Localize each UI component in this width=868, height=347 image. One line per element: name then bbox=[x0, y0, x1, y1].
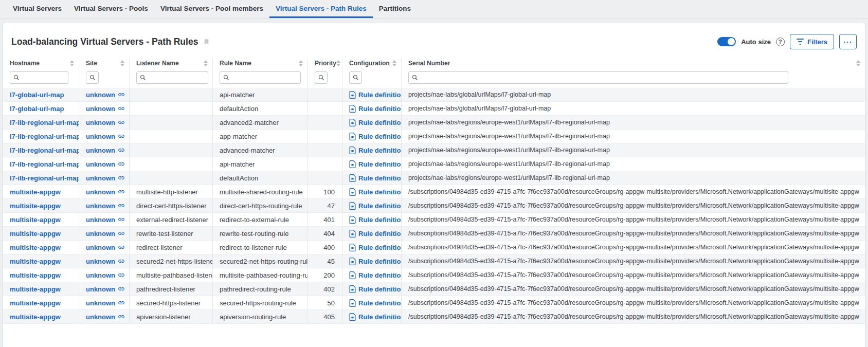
rule-definition-link[interactable]: Rule definition bbox=[349, 216, 402, 224]
column-header-configuration[interactable]: Configuration bbox=[342, 58, 402, 69]
rule-definition-link[interactable]: Rule definition bbox=[349, 105, 402, 113]
hostname-link[interactable]: multisite-appgw bbox=[10, 230, 61, 238]
hostname-link[interactable]: l7-ilb-regional-url-map bbox=[10, 119, 79, 126]
filters-button[interactable]: Filters bbox=[790, 34, 834, 49]
hostname-link[interactable]: l7-ilb-regional-url-map bbox=[10, 174, 79, 182]
rule-definition-text: Rule definition bbox=[358, 202, 402, 210]
site-link[interactable]: unknown bbox=[86, 174, 125, 182]
rule-definition-link[interactable]: Rule definition bbox=[349, 202, 402, 210]
tab-virtual-servers[interactable]: Virtual Servers bbox=[7, 0, 68, 18]
rule-definition-link[interactable]: Rule definition bbox=[349, 244, 402, 251]
rule-definition-link[interactable]: Rule definition bbox=[349, 271, 402, 279]
rule-definition-link[interactable]: Rule definition bbox=[349, 147, 402, 154]
more-actions-button[interactable]: ··· bbox=[839, 34, 857, 49]
column-header-serial-number[interactable]: Serial Number bbox=[402, 58, 865, 69]
table-row: multisite-appgw unknown pathredirect-lis… bbox=[3, 282, 865, 296]
serial-number-search-input[interactable] bbox=[420, 74, 788, 81]
rule-definition-link[interactable]: Rule definition bbox=[349, 230, 402, 238]
column-header-hostname[interactable]: Hostname bbox=[3, 58, 79, 69]
link-icon bbox=[118, 230, 125, 237]
site-link[interactable]: unknown bbox=[86, 160, 125, 168]
hostname-link[interactable]: multisite-appgw bbox=[10, 299, 61, 307]
site-text: unknown bbox=[86, 271, 115, 279]
rule-definition-link[interactable]: Rule definition bbox=[349, 174, 402, 182]
rule-definition-link[interactable]: Rule definition bbox=[349, 160, 402, 168]
site-link[interactable]: unknown bbox=[86, 188, 125, 196]
sort-icon[interactable] bbox=[299, 60, 303, 66]
sort-icon[interactable] bbox=[392, 60, 396, 66]
sort-icon[interactable] bbox=[204, 60, 208, 66]
priority-search-input[interactable] bbox=[327, 74, 327, 81]
rule-definition-link[interactable]: Rule definition bbox=[349, 119, 402, 126]
site-link[interactable]: unknown bbox=[86, 119, 125, 126]
priority-cell: 45 bbox=[308, 254, 342, 268]
site-link[interactable]: unknown bbox=[86, 216, 125, 224]
tab-virtual-servers-pool-members[interactable]: Virtual Servers - Pool members bbox=[154, 0, 269, 18]
sort-icon[interactable] bbox=[336, 60, 340, 66]
hostname-link[interactable]: multisite-appgw bbox=[10, 285, 61, 293]
listener-name-cell: external-redirect-listener bbox=[130, 213, 213, 226]
column-header-site[interactable]: Site bbox=[79, 58, 130, 69]
help-icon[interactable]: ? bbox=[776, 38, 785, 46]
tab-partitions[interactable]: Partitions bbox=[373, 0, 417, 18]
priority-cell: 402 bbox=[308, 282, 342, 296]
tab-virtual-servers-path-rules[interactable]: Virtual Servers - Path Rules bbox=[269, 0, 373, 18]
hostname-link[interactable]: multisite-appgw bbox=[10, 202, 61, 210]
hostname-link[interactable]: multisite-appgw bbox=[10, 188, 61, 196]
hostname-text: multisite-appgw bbox=[10, 271, 61, 279]
site-link[interactable]: unknown bbox=[86, 105, 125, 113]
site-link[interactable]: unknown bbox=[86, 258, 125, 265]
rule-definition-link[interactable]: Rule definition bbox=[349, 133, 402, 140]
hostname-link[interactable]: l7-ilb-regional-url-map bbox=[10, 147, 79, 154]
column-header-priority[interactable]: Priority bbox=[308, 58, 342, 69]
rule-definition-text: Rule definition bbox=[358, 271, 402, 279]
hostname-search-input[interactable] bbox=[22, 74, 68, 81]
hostname-link[interactable]: l7-ilb-regional-url-map bbox=[10, 133, 79, 140]
hostname-link[interactable]: l7-global-url-map bbox=[10, 105, 64, 113]
hostname-link[interactable]: multisite-appgw bbox=[10, 271, 61, 279]
rule-definition-text: Rule definition bbox=[358, 313, 402, 321]
site-text: unknown bbox=[86, 244, 115, 251]
column-header-listener-name[interactable]: Listener Name bbox=[130, 58, 213, 69]
configuration-search-input[interactable] bbox=[361, 74, 361, 81]
site-link[interactable]: unknown bbox=[86, 271, 125, 279]
site-link[interactable]: unknown bbox=[86, 299, 125, 307]
table-row: multisite-appgw unknown rewrite-test-lis… bbox=[3, 227, 865, 241]
hostname-link[interactable]: l7-global-url-map bbox=[10, 91, 64, 99]
site-text: unknown bbox=[86, 216, 115, 224]
rule-definition-link[interactable]: Rule definition bbox=[349, 299, 402, 307]
site-link[interactable]: unknown bbox=[86, 147, 125, 154]
site-link[interactable]: unknown bbox=[86, 244, 125, 251]
sort-icon[interactable] bbox=[856, 60, 860, 66]
auto-size-toggle[interactable] bbox=[717, 37, 736, 46]
rule-definition-link[interactable]: Rule definition bbox=[349, 285, 402, 293]
hostname-link[interactable]: multisite-appgw bbox=[10, 313, 61, 321]
hostname-link[interactable]: l7-ilb-regional-url-map bbox=[10, 160, 79, 168]
site-link[interactable]: unknown bbox=[86, 313, 125, 321]
site-link[interactable]: unknown bbox=[86, 285, 125, 293]
hostname-link[interactable]: multisite-appgw bbox=[10, 258, 61, 265]
site-link[interactable]: unknown bbox=[86, 91, 125, 99]
rule-definition-file-icon bbox=[349, 160, 356, 168]
site-link[interactable]: unknown bbox=[86, 230, 125, 238]
listener-name-search-input[interactable] bbox=[148, 74, 208, 81]
header-controls: Auto size ? Filters ··· bbox=[717, 34, 857, 49]
rule-definition-link[interactable]: Rule definition bbox=[349, 313, 402, 321]
rule-definition-link[interactable]: Rule definition bbox=[349, 188, 402, 196]
site-link[interactable]: unknown bbox=[86, 202, 125, 210]
bookmark-icon[interactable] bbox=[203, 38, 210, 46]
column-header-rule-name[interactable]: Rule Name bbox=[213, 58, 308, 69]
site-link[interactable]: unknown bbox=[86, 133, 125, 140]
sort-icon[interactable] bbox=[120, 60, 124, 66]
rule-definition-link[interactable]: Rule definition bbox=[349, 91, 402, 99]
hostname-link[interactable]: multisite-appgw bbox=[10, 244, 61, 251]
hostname-link[interactable]: multisite-appgw bbox=[10, 216, 61, 224]
priority-cell bbox=[308, 171, 342, 185]
rule-definition-link[interactable]: Rule definition bbox=[349, 258, 402, 265]
site-search-input[interactable] bbox=[98, 74, 98, 81]
serial-number-cell: /subscriptions/04984d35-ed39-4715-a7fc-7… bbox=[402, 185, 865, 198]
rule-name-search-input[interactable] bbox=[231, 74, 300, 81]
priority-cell: 100 bbox=[308, 185, 342, 198]
sort-icon[interactable] bbox=[70, 60, 74, 66]
tab-virtual-servers-pools[interactable]: Virtual Servers - Pools bbox=[68, 0, 154, 18]
